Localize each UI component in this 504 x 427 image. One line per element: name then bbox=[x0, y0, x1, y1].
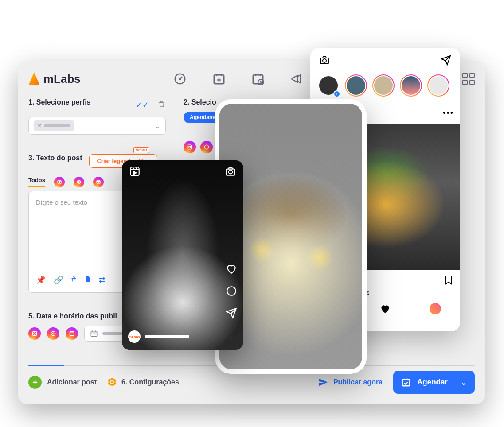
pin-icon[interactable]: 📌 bbox=[36, 275, 46, 285]
gauge-icon[interactable] bbox=[173, 72, 187, 86]
reels-actions bbox=[226, 263, 237, 319]
story-3[interactable] bbox=[400, 74, 422, 97]
chevron-down-icon[interactable]: ⌄ bbox=[461, 378, 467, 387]
svg-point-13 bbox=[51, 331, 55, 335]
check-all-icon[interactable]: ✓✓ bbox=[136, 100, 149, 110]
svg-point-6 bbox=[59, 181, 60, 183]
reels-avatar[interactable]: mLabs bbox=[128, 330, 141, 343]
post-menu-icon[interactable]: ••• bbox=[443, 109, 454, 118]
comment-icon[interactable] bbox=[226, 285, 237, 297]
svg-point-22 bbox=[323, 59, 326, 62]
camera-icon[interactable] bbox=[319, 55, 330, 66]
calendar-check-icon bbox=[401, 377, 411, 387]
publish-label: Publicar agora bbox=[333, 378, 383, 386]
feed-top-bar bbox=[310, 48, 460, 73]
date-instagram-reels-icon[interactable] bbox=[66, 327, 78, 340]
config-label: 6. Configurações bbox=[121, 378, 179, 386]
svg-point-1 bbox=[179, 78, 181, 80]
svg-rect-17 bbox=[188, 145, 191, 149]
schedule-button[interactable]: Agendar ⌄ bbox=[393, 371, 475, 394]
progress-fill bbox=[28, 365, 64, 366]
nav-icons bbox=[173, 72, 304, 86]
svg-point-14 bbox=[52, 333, 54, 334]
file-icon[interactable] bbox=[84, 275, 91, 285]
reels-top bbox=[122, 160, 243, 182]
gear-icon: ⚙ bbox=[107, 376, 117, 388]
format-instagram-feed-icon[interactable] bbox=[184, 141, 196, 153]
svg-rect-16 bbox=[91, 331, 97, 337]
reels-preview: mLabs ⋮ bbox=[122, 160, 243, 350]
date-instagram-story-icon[interactable] bbox=[47, 327, 59, 340]
profiles-header: 1. Selecione perfis ✓✓ bbox=[28, 98, 166, 112]
instagram-reels-icon[interactable] bbox=[93, 177, 104, 187]
footer: + Adicionar post ⚙ 6. Configurações Publ… bbox=[28, 371, 475, 394]
stories-row: + bbox=[310, 73, 460, 102]
profiles-title: 1. Selecione perfis bbox=[28, 98, 91, 106]
send-dm-icon[interactable] bbox=[441, 55, 451, 66]
profile-select[interactable]: × ⌄ bbox=[28, 117, 166, 135]
svg-point-7 bbox=[60, 181, 61, 181]
send-icon bbox=[318, 377, 328, 387]
svg-point-12 bbox=[34, 333, 35, 334]
repost-icon[interactable]: ⇄ bbox=[99, 275, 105, 285]
add-story-icon: + bbox=[333, 90, 340, 97]
megaphone-icon[interactable] bbox=[290, 72, 304, 86]
bookmark-icon[interactable] bbox=[443, 275, 454, 285]
reels-more-icon[interactable]: ⋮ bbox=[227, 331, 235, 342]
svg-rect-15 bbox=[70, 331, 74, 335]
tab-all[interactable]: Todos bbox=[28, 177, 45, 187]
logo-icon bbox=[28, 72, 40, 85]
story-4[interactable] bbox=[427, 74, 449, 97]
reels-caption-placeholder bbox=[145, 335, 189, 338]
heart-icon[interactable] bbox=[379, 303, 391, 314]
heart-outline-icon[interactable] bbox=[226, 263, 237, 275]
svg-rect-11 bbox=[32, 331, 36, 335]
novo-badge: NOVO bbox=[133, 147, 150, 153]
remove-tag-icon[interactable]: × bbox=[38, 122, 41, 129]
camera-icon[interactable] bbox=[225, 166, 236, 177]
add-post-button[interactable]: + Adicionar post bbox=[28, 376, 97, 389]
add-post-label: Adicionar post bbox=[47, 378, 97, 386]
calendar-add-icon[interactable] bbox=[212, 72, 226, 86]
instagram-feed-icon[interactable] bbox=[54, 177, 65, 187]
svg-point-19 bbox=[204, 145, 208, 149]
profile-avatar-icon[interactable] bbox=[430, 303, 441, 314]
trash-icon[interactable] bbox=[158, 100, 166, 110]
chevron-down-icon[interactable]: ⌄ bbox=[154, 122, 160, 130]
date-instagram-feed-icon[interactable] bbox=[28, 327, 41, 340]
publish-now-button[interactable]: Publicar agora bbox=[318, 377, 383, 387]
schedule-label: Agendar bbox=[417, 378, 448, 387]
story-1[interactable] bbox=[345, 74, 367, 97]
calendar-icon bbox=[90, 330, 98, 338]
svg-rect-24 bbox=[130, 167, 139, 176]
svg-point-8 bbox=[77, 180, 81, 184]
text-title: 3. Texto do post bbox=[28, 154, 82, 162]
format-instagram-story-icon[interactable] bbox=[200, 141, 213, 153]
svg-rect-20 bbox=[402, 380, 410, 386]
logo: mLabs bbox=[28, 72, 81, 86]
reels-bottom: mLabs bbox=[128, 330, 189, 343]
instagram-story-icon[interactable] bbox=[74, 177, 84, 187]
svg-point-27 bbox=[227, 287, 236, 295]
reels-icon[interactable] bbox=[129, 166, 141, 177]
plus-icon: + bbox=[28, 376, 42, 389]
profile-tag[interactable]: × bbox=[34, 120, 74, 131]
config-button[interactable]: ⚙ 6. Configurações bbox=[107, 376, 179, 388]
apps-icon[interactable] bbox=[462, 73, 475, 85]
story-2[interactable] bbox=[372, 74, 395, 97]
link-icon[interactable]: 🔗 bbox=[54, 275, 63, 285]
svg-point-26 bbox=[229, 170, 233, 174]
svg-point-18 bbox=[189, 146, 191, 148]
calendar-clock-icon[interactable] bbox=[251, 72, 265, 86]
tag-placeholder bbox=[44, 124, 70, 127]
svg-point-9 bbox=[78, 182, 80, 183]
hashtag-icon[interactable]: # bbox=[71, 275, 76, 285]
share-icon[interactable] bbox=[226, 307, 237, 319]
story-own[interactable]: + bbox=[317, 74, 340, 97]
brand-name: mLabs bbox=[43, 72, 81, 86]
